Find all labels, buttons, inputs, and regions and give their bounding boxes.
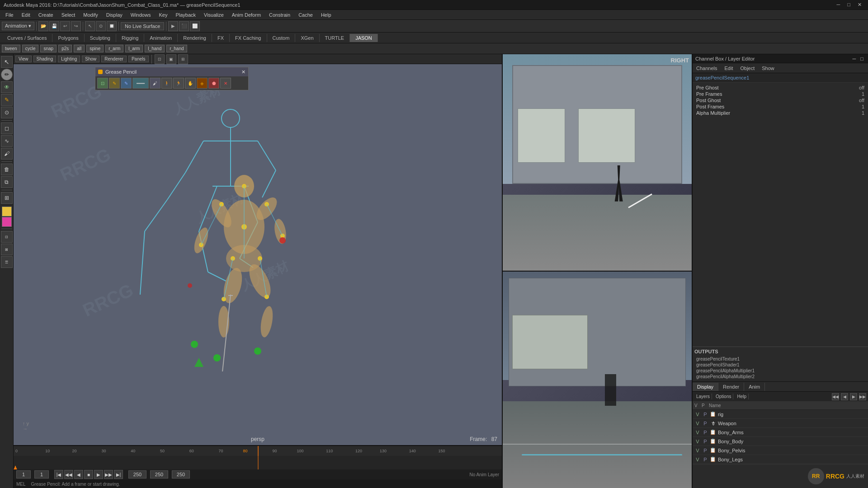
output-alpha1[interactable]: greasePencilAlphaMultiplier1 xyxy=(694,368,866,374)
cb-expand-icon[interactable]: □ xyxy=(859,56,865,61)
anim-snap[interactable]: snap xyxy=(40,45,57,52)
btn-stop[interactable]: ■ xyxy=(84,470,93,479)
anim-p2s[interactable]: p2s xyxy=(58,45,72,52)
tab-fx-caching[interactable]: FX Caching xyxy=(230,34,267,42)
output-texture[interactable]: greasePencilTexture1 xyxy=(694,356,866,362)
menu-edit[interactable]: Edit xyxy=(18,11,34,19)
vp-tb1[interactable]: ⊡ xyxy=(155,54,165,64)
btn-next-frame[interactable]: ▶| xyxy=(114,470,123,479)
tab-rigging[interactable]: Rigging xyxy=(116,34,144,42)
layer-row-bony-body[interactable]: V P 📋 Bony_Body xyxy=(693,437,868,446)
gp-close-btn[interactable]: ✕ xyxy=(241,69,245,75)
anim-mode-dropdown[interactable]: Animation ▾ xyxy=(2,22,34,30)
gp-tool-draw[interactable]: ⊡ xyxy=(97,78,108,89)
anim-r-hand[interactable]: r_hand xyxy=(166,45,187,52)
frame-end-input3[interactable] xyxy=(172,470,190,479)
gp-tool-blue[interactable]: ✎ xyxy=(121,78,132,89)
gp-tool-pencil[interactable]: ✎ xyxy=(109,78,120,89)
save-btn[interactable]: 💾 xyxy=(49,21,59,31)
grease-pencil-title[interactable]: Grease Pencil ✕ xyxy=(95,67,248,76)
layer-row-rig[interactable]: V P 📋 rig xyxy=(693,410,868,419)
vp-renderer[interactable]: Renderer xyxy=(101,56,127,62)
vp-tb2[interactable]: ▣ xyxy=(166,54,176,64)
anim-l-arm[interactable]: l_arm xyxy=(125,45,143,52)
menu-windows[interactable]: Windows xyxy=(127,11,155,19)
gp-tool-figure1[interactable]: 🚶 xyxy=(161,78,172,89)
menu-animdeform[interactable]: Anim Deform xyxy=(228,11,264,19)
cb-tab-object[interactable]: Object xyxy=(738,65,756,72)
cb-post-frames[interactable]: Post Frames 1 xyxy=(694,103,866,110)
btn-prev-key[interactable]: ◀◀ xyxy=(64,470,73,479)
tool-curve[interactable]: ∿ xyxy=(1,135,13,147)
select-btn[interactable]: ↖ xyxy=(85,21,95,31)
gp-tool-red[interactable]: ⬟ xyxy=(208,78,219,89)
tool-misc1[interactable]: ⊡ xyxy=(1,231,13,243)
minimize-btn[interactable]: ─ xyxy=(834,2,843,8)
tab-sculpting[interactable]: Sculpting xyxy=(85,34,116,42)
tab-animation[interactable]: Animation xyxy=(144,34,178,42)
cb-tab-edit[interactable]: Edit xyxy=(722,65,735,72)
tool-misc3[interactable]: ☰ xyxy=(1,256,13,268)
tab-jason[interactable]: JASON xyxy=(350,34,378,42)
menu-display[interactable]: Display xyxy=(103,11,126,19)
menu-key[interactable]: Key xyxy=(155,11,171,19)
vp-show[interactable]: Show xyxy=(82,56,99,62)
tool-paint[interactable]: 🖌 xyxy=(1,148,13,160)
vp-shading[interactable]: Shading xyxy=(33,56,57,62)
lasso-btn[interactable]: ⊙ xyxy=(96,21,106,31)
lp-sub-layers[interactable]: Layers xyxy=(694,394,712,399)
frame-start-input[interactable] xyxy=(16,470,31,479)
menu-modify[interactable]: Modify xyxy=(80,11,101,19)
snap-btn[interactable]: 🔲 xyxy=(107,21,117,31)
timeline-ruler[interactable]: 0 10 20 30 40 50 60 70 80 90 100 110 120… xyxy=(14,446,502,456)
output-alpha2[interactable]: greasePencilAlphaMultiplier2 xyxy=(694,374,866,380)
anim-cycle[interactable]: cycle xyxy=(22,45,39,52)
cb-post-ghost[interactable]: Post Ghost off xyxy=(694,97,866,103)
tool-eye[interactable]: 👁 xyxy=(1,81,13,93)
cb-alpha-mult[interactable]: Alpha Multiplier 1 xyxy=(694,110,866,116)
render2-btn[interactable]: ⬛ xyxy=(179,21,189,31)
btn-play-back[interactable]: ◀ xyxy=(74,470,83,479)
anim-l-hand[interactable]: l_hand xyxy=(145,45,165,52)
cb-pre-frames[interactable]: Pre Frames 1 xyxy=(694,91,866,97)
output-shader[interactable]: greasePencilShader1 xyxy=(694,362,866,368)
anim-all[interactable]: all xyxy=(74,45,85,52)
tab-turtle[interactable]: TURTLE xyxy=(320,34,350,42)
lp-sub-help[interactable]: Help xyxy=(735,394,749,399)
gp-tool-x[interactable]: ✕ xyxy=(220,78,231,89)
maximize-btn[interactable]: □ xyxy=(844,2,853,8)
layer-row-weapon[interactable]: V P 🗡 Weapon xyxy=(693,419,868,428)
frame-end-input2[interactable] xyxy=(150,470,168,479)
viewport-canvas[interactable]: RRCG 人人素材 RRCG 人人素材 RRCG 人人素材 Grease Pen… xyxy=(14,64,502,445)
tab-xgen[interactable]: XGen xyxy=(295,34,319,42)
menu-select[interactable]: Select xyxy=(58,11,79,19)
anim-r-arm[interactable]: r_arm xyxy=(105,45,123,52)
gp-tool-figure2[interactable]: 🏃 xyxy=(173,78,184,89)
menu-constrain[interactable]: Constrain xyxy=(265,11,294,19)
tool-grid[interactable]: ⊞ xyxy=(1,192,13,204)
anim-spine[interactable]: spine xyxy=(86,45,104,52)
menu-create[interactable]: Create xyxy=(35,11,57,19)
tab-polygons[interactable]: Polygons xyxy=(52,34,84,42)
no-live-surface-btn[interactable]: No Live Surface xyxy=(121,22,164,30)
tab-rendering[interactable]: Rendering xyxy=(178,34,212,42)
tool-lasso[interactable]: ⊙ xyxy=(1,107,13,118)
vp-panels[interactable]: Panels xyxy=(128,56,149,62)
lp-tab-anim[interactable]: Anim xyxy=(744,383,765,391)
tool-grease-pencil[interactable]: ✏ xyxy=(1,69,13,80)
tool-select[interactable]: ↖ xyxy=(1,56,13,68)
lp-tab-display[interactable]: Display xyxy=(693,383,718,391)
cb-tab-channels[interactable]: Channels xyxy=(694,65,719,72)
tab-fx[interactable]: FX xyxy=(212,34,230,42)
render-btn[interactable]: ▶ xyxy=(168,21,178,31)
lp-nav-back[interactable]: ◀◀ xyxy=(832,393,839,400)
tool-pencil[interactable]: ✎ xyxy=(1,94,13,106)
tool-eraser[interactable]: ◻ xyxy=(1,122,13,134)
render3-btn[interactable]: ⬜ xyxy=(190,21,200,31)
tool-layers[interactable]: ⧉ xyxy=(1,176,13,188)
gp-tool-cyan[interactable]: ━━━ xyxy=(132,78,149,89)
frame-end-input1[interactable] xyxy=(128,470,146,479)
cb-tab-show[interactable]: Show xyxy=(760,65,776,72)
btn-play-fwd[interactable]: ▶ xyxy=(94,470,103,479)
menu-playback[interactable]: Playback xyxy=(172,11,199,19)
